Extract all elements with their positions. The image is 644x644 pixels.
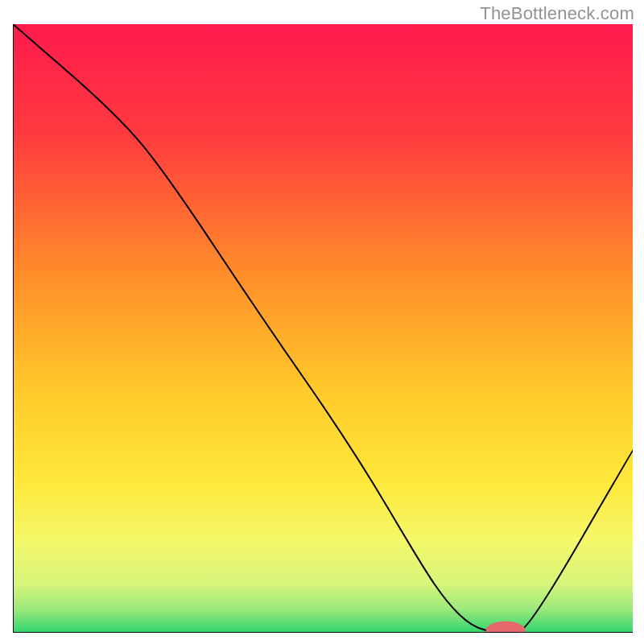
target-marker — [486, 621, 526, 641]
plot-area — [13, 24, 633, 641]
chart-svg — [0, 0, 644, 644]
gradient-bg — [13, 24, 633, 633]
chart-container: TheBottleneck.com — [0, 0, 644, 644]
